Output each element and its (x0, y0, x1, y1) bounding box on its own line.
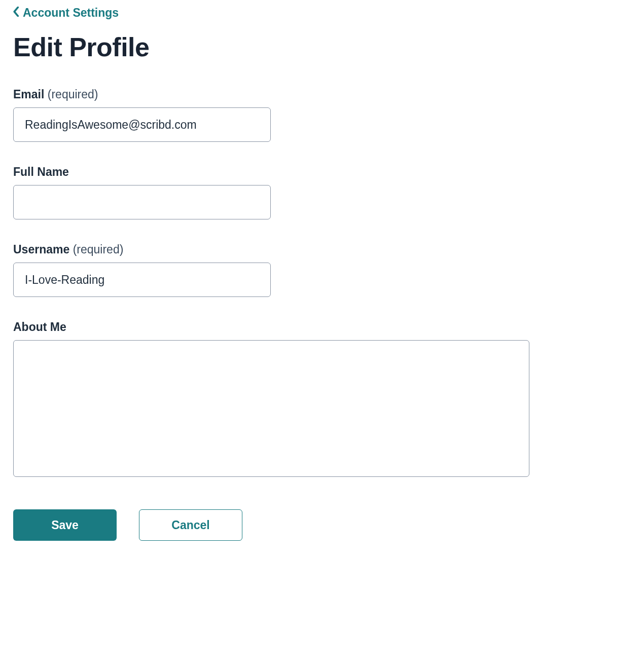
email-label: Email (required) (13, 88, 631, 101)
full-name-field[interactable] (13, 185, 271, 219)
chevron-left-icon (13, 6, 20, 20)
username-label: Username (required) (13, 243, 631, 256)
username-field[interactable] (13, 263, 271, 297)
full-name-label: Full Name (13, 165, 631, 179)
email-label-main: Email (13, 88, 44, 101)
back-link-label: Account Settings (23, 6, 119, 20)
email-field[interactable] (13, 107, 271, 142)
cancel-button[interactable]: Cancel (139, 509, 242, 541)
email-label-suffix: (required) (48, 88, 98, 101)
about-me-label: About Me (13, 320, 631, 334)
about-me-label-main: About Me (13, 320, 66, 333)
username-label-main: Username (13, 243, 69, 256)
username-group: Username (required) (13, 243, 631, 297)
button-row: Save Cancel (13, 509, 631, 541)
save-button[interactable]: Save (13, 509, 117, 541)
about-me-group: About Me (13, 320, 631, 479)
full-name-label-main: Full Name (13, 165, 69, 178)
username-label-suffix: (required) (73, 243, 124, 256)
back-link[interactable]: Account Settings (13, 6, 119, 20)
about-me-field[interactable] (13, 340, 529, 477)
full-name-group: Full Name (13, 165, 631, 219)
page-title: Edit Profile (13, 32, 631, 62)
email-group: Email (required) (13, 88, 631, 142)
